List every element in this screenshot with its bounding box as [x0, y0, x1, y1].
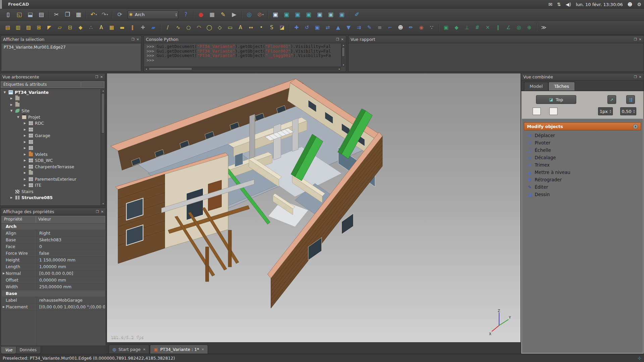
- tree-item[interactable]: ▶ Volets: [0, 151, 101, 158]
- opacity-spinbox[interactable]: 0,50 ▴▾: [620, 107, 636, 115]
- scroll-right-icon[interactable]: ▸: [338, 67, 341, 71]
- snap-special-button[interactable]: ⊕: [525, 23, 534, 33]
- dimension-indicator-icon[interactable]: ⊹: [638, 356, 641, 361]
- network-icon[interactable]: ⇅: [557, 2, 561, 7]
- expand-arrow-icon[interactable]: ▶: [2, 305, 6, 308]
- snap-angle-button[interactable]: ∠: [504, 23, 514, 33]
- selection-content[interactable]: PT34_Variante.Mur001.Edge27: [2, 44, 141, 71]
- draft-trimex-button[interactable]: ⇉: [354, 23, 364, 33]
- snap-lock-button[interactable]: ▣: [441, 23, 451, 33]
- draft-move-button[interactable]: ✚: [292, 23, 302, 33]
- property-value[interactable]: 250,00000 mm: [36, 284, 105, 289]
- task-rotate[interactable]: ↺ Pivoter: [524, 139, 641, 146]
- close-tab-icon[interactable]: ✕: [143, 348, 146, 351]
- close-panel-icon[interactable]: ✕: [341, 38, 344, 41]
- scroll-up-icon[interactable]: ▴: [341, 44, 345, 47]
- property-value[interactable]: Sketch083: [36, 237, 105, 242]
- view-front-button[interactable]: ▣: [281, 10, 292, 20]
- scroll-thumb[interactable]: [342, 47, 345, 57]
- property-row[interactable]: Base: [2, 290, 105, 297]
- draw-style-button[interactable]: ⊘▾: [255, 10, 266, 20]
- draft-facebinder-button[interactable]: ◪: [277, 23, 287, 33]
- draft-rectangle-button[interactable]: ▭: [225, 23, 235, 33]
- task-edit[interactable]: ✎ Éditer: [524, 183, 641, 191]
- property-row[interactable]: Height 1 150,00000 mm: [2, 257, 105, 263]
- draft-clone-button[interactable]: ▣: [313, 23, 322, 33]
- property-row[interactable]: ▶ Placement [(0,00 0,00 1,00);0,00 °;(0,…: [2, 304, 105, 310]
- tab-vue[interactable]: Vue: [1, 347, 16, 354]
- macro-play-button[interactable]: ▶: [229, 10, 239, 20]
- draft-wire-button[interactable]: ∿: [173, 23, 183, 33]
- arch-axis-button[interactable]: ∴: [86, 23, 96, 33]
- report-panel-header[interactable]: Vue rapport ❐ ✕: [348, 36, 644, 43]
- tree-item[interactable]: ▶ RDC: [0, 120, 101, 127]
- arch-window-button[interactable]: ⊞: [34, 23, 44, 33]
- modify-objects-header[interactable]: Modify objects ∧: [524, 122, 641, 130]
- plane-auto-button[interactable]: ➚: [607, 95, 616, 104]
- draft-annotate-button[interactable]: ✏: [406, 23, 416, 33]
- float-panel-icon[interactable]: ❐: [95, 75, 98, 79]
- view-right-button[interactable]: ▣: [304, 10, 314, 20]
- tab-model[interactable]: Model: [524, 82, 548, 90]
- expand-arrow-icon[interactable]: ▼: [17, 116, 21, 119]
- property-row[interactable]: Align Right: [2, 230, 105, 237]
- tab-start-page[interactable]: ◍ Start page ✕: [109, 345, 149, 354]
- tree-item[interactable]: ▼ Site: [0, 108, 101, 114]
- scroll-thumb[interactable]: [101, 93, 105, 133]
- close-panel-icon[interactable]: ✕: [101, 210, 104, 214]
- mail-icon[interactable]: ✉: [548, 2, 552, 7]
- volume-icon[interactable]: ◀): [566, 2, 571, 7]
- expand-arrow-icon[interactable]: ▶: [24, 153, 28, 156]
- tab-donnees[interactable]: Données: [15, 347, 41, 354]
- task-scale[interactable]: ◱ Échelle: [524, 146, 641, 154]
- tree-item[interactable]: ▼ Projet: [0, 114, 101, 120]
- print-button[interactable]: ▤: [36, 10, 47, 20]
- view-top-button[interactable]: ▣: [292, 10, 303, 20]
- measure-button[interactable]: ✐: [352, 10, 362, 20]
- cut-button[interactable]: ✂: [51, 10, 62, 20]
- property-row[interactable]: ▶ Normal [0,00 0,00 0,00]: [2, 270, 105, 277]
- expand-arrow-icon[interactable]: ▶: [24, 146, 28, 149]
- tree-item[interactable]: ▶: [0, 102, 101, 108]
- tree-item[interactable]: ▶ Garage: [0, 133, 101, 139]
- tree-item[interactable]: ▶: [0, 139, 101, 145]
- property-row[interactable]: Width 250,00000 mm: [2, 284, 105, 290]
- draft-pipe-button[interactable]: ⌐: [385, 23, 395, 33]
- expand-arrow-icon[interactable]: ▶: [24, 128, 28, 131]
- property-value[interactable]: rehausseMobGarage: [36, 298, 105, 303]
- expand-arrow-icon[interactable]: ▶: [2, 272, 6, 275]
- float-panel-icon[interactable]: ❐: [634, 38, 637, 41]
- draft-mirror-button[interactable]: ⇄: [323, 23, 333, 33]
- combined-panel-header[interactable]: Vue combinée ❐ ✕: [521, 73, 644, 81]
- arch-wall-button[interactable]: ▤: [3, 23, 13, 33]
- line-color-swatch[interactable]: [533, 108, 541, 115]
- value-column-label[interactable]: Valeur: [36, 216, 105, 223]
- task-trimex[interactable]: ⇄ Trimex: [524, 161, 641, 169]
- arch-pipe-button[interactable]: ∥: [128, 23, 138, 33]
- property-value[interactable]: [0,00 0,00 0,00]: [36, 271, 105, 276]
- draft-slots-button[interactable]: ≡: [375, 23, 385, 33]
- workbench-selector[interactable]: ✱ Arch ▴▾: [127, 10, 178, 19]
- draft-edit-button[interactable]: ✎: [365, 23, 374, 33]
- arch-annotation-button[interactable]: A: [97, 23, 106, 33]
- house-model[interactable]: [107, 73, 521, 343]
- property-value[interactable]: 1 150,00000 mm: [36, 257, 105, 262]
- draft-circle-button[interactable]: ○: [184, 23, 194, 33]
- view-fit-button[interactable]: ◎: [244, 10, 255, 20]
- tree-item[interactable]: ▼ PT34_Variante: [0, 89, 101, 96]
- line-width-spinbox[interactable]: 1px ▴▾: [598, 107, 613, 115]
- task-downgrade[interactable]: ▼ Rétrograder: [524, 176, 641, 183]
- expand-arrow-icon[interactable]: ▶: [10, 196, 14, 199]
- arch-schedule-button[interactable]: ▦: [107, 23, 117, 33]
- property-row[interactable]: Offset 0,00000 mm: [2, 277, 105, 284]
- snap-intersection-button[interactable]: ✕: [483, 23, 493, 33]
- draft-dimension-button[interactable]: ↔: [246, 23, 256, 33]
- window-menu-grip[interactable]: [0, 0, 2, 9]
- macro-edit-button[interactable]: ✎: [218, 10, 228, 20]
- tree-item[interactable]: ▶ SDB_WC: [0, 158, 101, 164]
- new-file-button[interactable]: ▯: [3, 10, 13, 20]
- toolbar-overflow-button[interactable]: ≫: [539, 23, 549, 33]
- tree-item[interactable]: ▶: [0, 96, 101, 102]
- close-panel-icon[interactable]: ✕: [639, 75, 642, 79]
- float-panel-icon[interactable]: ❐: [336, 38, 339, 41]
